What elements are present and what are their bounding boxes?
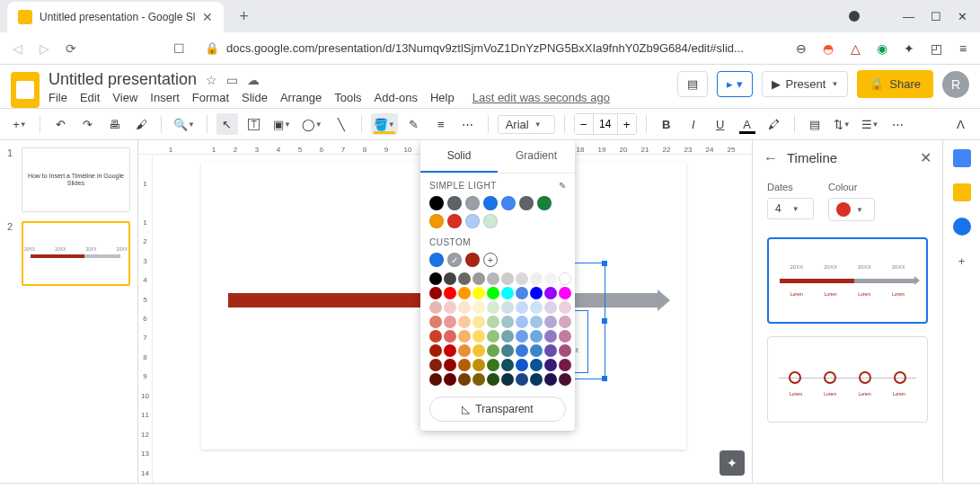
text-color-button[interactable]: A bbox=[737, 113, 758, 135]
color-swatch[interactable] bbox=[429, 301, 442, 314]
color-swatch[interactable] bbox=[429, 316, 442, 328]
resize-handle[interactable] bbox=[602, 318, 607, 324]
color-swatch[interactable] bbox=[530, 272, 543, 285]
line-spacing-button[interactable]: ⇅ ▼ bbox=[831, 113, 853, 135]
star-icon[interactable]: ☆ bbox=[206, 73, 217, 87]
color-swatch[interactable] bbox=[429, 196, 444, 210]
hide-menus-button[interactable]: ᐱ bbox=[949, 113, 971, 135]
color-swatch[interactable] bbox=[559, 359, 571, 371]
ext-circle-icon[interactable]: ◉ bbox=[874, 40, 890, 57]
menu-help[interactable]: Help bbox=[430, 91, 455, 104]
color-swatch[interactable] bbox=[429, 344, 442, 357]
color-swatch[interactable] bbox=[530, 316, 543, 328]
color-swatch[interactable] bbox=[444, 287, 456, 299]
font-family-select[interactable]: Arial▼ bbox=[498, 115, 555, 134]
color-swatch[interactable] bbox=[530, 330, 543, 343]
color-swatch[interactable] bbox=[559, 316, 571, 328]
color-swatch[interactable] bbox=[444, 316, 456, 328]
color-swatch[interactable] bbox=[501, 301, 514, 314]
color-swatch[interactable] bbox=[501, 330, 514, 343]
list-button[interactable]: ☰ ▼ bbox=[859, 113, 882, 135]
color-swatch[interactable] bbox=[429, 214, 444, 228]
color-swatch[interactable] bbox=[444, 373, 456, 386]
color-swatch[interactable] bbox=[559, 330, 571, 343]
back-icon[interactable]: ← bbox=[764, 150, 778, 166]
menu-file[interactable]: File bbox=[49, 91, 67, 104]
color-swatch[interactable] bbox=[487, 330, 499, 343]
move-icon[interactable]: ▭ bbox=[226, 73, 238, 87]
color-swatch[interactable] bbox=[559, 272, 571, 285]
color-swatch[interactable] bbox=[559, 287, 571, 299]
color-swatch[interactable] bbox=[429, 272, 442, 285]
color-swatch[interactable] bbox=[458, 373, 471, 386]
bookmark-icon[interactable]: ☐ bbox=[171, 40, 187, 57]
doc-title[interactable]: Untitled presentation bbox=[49, 70, 197, 89]
paint-format-button[interactable]: 🖌 bbox=[130, 113, 152, 135]
color-swatch[interactable] bbox=[429, 373, 442, 386]
color-swatch[interactable] bbox=[519, 196, 534, 210]
add-custom-color[interactable]: + bbox=[483, 253, 498, 267]
color-swatch[interactable] bbox=[544, 330, 557, 343]
present-button[interactable]: ▶ Present ▼ bbox=[762, 71, 849, 97]
color-swatch[interactable] bbox=[465, 253, 480, 267]
border-weight-button[interactable]: ≡ bbox=[430, 113, 452, 135]
undo-button[interactable]: ↶ bbox=[49, 113, 71, 135]
slides-logo-icon[interactable] bbox=[11, 72, 40, 108]
color-swatch[interactable] bbox=[530, 301, 543, 314]
color-swatch[interactable] bbox=[472, 316, 485, 328]
color-swatch[interactable] bbox=[444, 359, 456, 371]
explore-button[interactable]: ✦ bbox=[720, 450, 745, 476]
reload-icon[interactable]: ⟳ bbox=[63, 40, 79, 57]
template-2[interactable]: LoremLoremLoremLorem bbox=[767, 336, 928, 423]
color-swatch[interactable] bbox=[444, 344, 456, 357]
brave-shield-icon[interactable] bbox=[849, 11, 860, 22]
menu-format[interactable]: Format bbox=[192, 91, 229, 104]
menu-slide[interactable]: Slide bbox=[242, 91, 268, 104]
color-swatch[interactable] bbox=[444, 330, 456, 343]
align-button[interactable]: ▤ bbox=[804, 113, 825, 135]
color-swatch[interactable] bbox=[516, 272, 528, 285]
thumb-2[interactable]: 2 20XX20XX20XX20XX bbox=[7, 221, 130, 286]
ext-triangle-icon[interactable]: △ bbox=[847, 40, 863, 57]
color-swatch[interactable] bbox=[559, 373, 571, 386]
extensions-icon[interactable]: ✦ bbox=[901, 40, 917, 57]
resize-handle[interactable] bbox=[602, 261, 607, 266]
color-swatch[interactable] bbox=[516, 344, 528, 357]
color-swatch[interactable] bbox=[501, 272, 514, 285]
share-button[interactable]: 🔒 Share bbox=[857, 70, 933, 98]
color-swatch[interactable] bbox=[544, 359, 557, 371]
color-swatch[interactable] bbox=[458, 272, 471, 285]
tab-solid[interactable]: Solid bbox=[420, 140, 498, 173]
font-size-input[interactable] bbox=[593, 114, 618, 134]
color-swatch[interactable] bbox=[544, 316, 557, 328]
color-swatch[interactable] bbox=[501, 196, 516, 210]
font-size-decrease[interactable]: − bbox=[575, 114, 593, 134]
resize-handle[interactable] bbox=[602, 376, 607, 381]
color-swatch[interactable] bbox=[483, 214, 498, 228]
close-tab-icon[interactable]: ✕ bbox=[202, 10, 213, 24]
new-tab-button[interactable]: + bbox=[231, 4, 256, 29]
color-swatch[interactable] bbox=[483, 196, 498, 210]
line-tool[interactable]: ╲ bbox=[331, 113, 352, 135]
color-swatch[interactable] bbox=[458, 316, 471, 328]
color-swatch[interactable] bbox=[458, 344, 471, 357]
color-swatch[interactable] bbox=[472, 359, 485, 371]
color-swatch[interactable] bbox=[501, 287, 514, 299]
color-swatch[interactable] bbox=[487, 373, 499, 386]
color-swatch[interactable] bbox=[487, 344, 499, 357]
cloud-icon[interactable]: ☁ bbox=[247, 73, 260, 87]
image-tool[interactable]: ▣ ▼ bbox=[270, 113, 294, 135]
menu-addons[interactable]: Add-ons bbox=[375, 91, 418, 104]
color-swatch[interactable] bbox=[429, 253, 444, 267]
color-swatch[interactable] bbox=[544, 301, 557, 314]
select-tool[interactable]: ↖ bbox=[216, 113, 238, 135]
color-swatch[interactable] bbox=[429, 359, 442, 371]
color-swatch[interactable] bbox=[516, 373, 528, 386]
comments-button[interactable]: ▤ bbox=[677, 71, 708, 97]
color-swatch[interactable] bbox=[444, 272, 456, 285]
color-swatch[interactable] bbox=[487, 301, 499, 314]
edit-theme-icon[interactable]: ✎ bbox=[559, 181, 567, 191]
color-swatch[interactable] bbox=[487, 272, 499, 285]
color-swatch[interactable] bbox=[501, 373, 514, 386]
textbox-tool[interactable]: 🅃 bbox=[243, 113, 265, 135]
